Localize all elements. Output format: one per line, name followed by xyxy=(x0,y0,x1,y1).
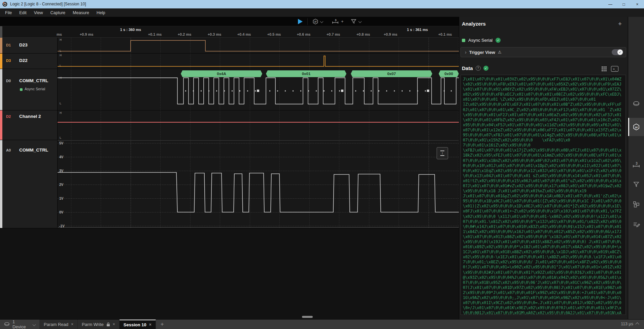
table-view-icon[interactable] xyxy=(601,66,607,72)
tab-close-icon[interactable]: × xyxy=(149,322,151,327)
menu-measure[interactable]: Measure xyxy=(70,9,92,16)
channel-color-a0 xyxy=(0,140,2,228)
measurements-panel-icon[interactable]: 3 xyxy=(628,158,644,172)
add-analyzer-icon[interactable]: + xyxy=(618,20,622,28)
channel-name-d23[interactable]: D23 xyxy=(19,42,28,47)
empty-track-area xyxy=(0,228,459,319)
time-scale-label[interactable]: 113 µs xyxy=(621,322,633,326)
svg-text:3: 3 xyxy=(335,19,336,22)
device-panel-icon[interactable] xyxy=(628,97,644,110)
a0-analog-waveform[interactable] xyxy=(58,140,459,228)
channel-id-d3[interactable]: D3 xyxy=(6,59,11,63)
terminal-view-icon[interactable]: >_ xyxy=(611,66,618,72)
channel-label-column xyxy=(0,38,58,228)
device-selector[interactable]: 1 Device xyxy=(0,320,40,329)
tick-label: +0.7 ms xyxy=(327,32,340,36)
data-title: Data xyxy=(462,65,473,71)
capture-toolbar: 1F 3 + xyxy=(0,17,459,26)
channel-id-d0[interactable]: D0 xyxy=(6,79,11,83)
menu-capture[interactable]: Capture xyxy=(47,9,68,16)
analog-autoscale-button[interactable]: ↕ xyxy=(437,147,448,159)
row-separator xyxy=(0,140,459,140)
minimize-button[interactable]: — xyxy=(604,0,617,8)
annotation-chevron-icon[interactable] xyxy=(359,20,362,23)
tab-close-icon[interactable]: × xyxy=(71,322,73,327)
analyzers-title: Analyzers xyxy=(462,21,486,27)
measure-icon[interactable]: 3 xyxy=(332,18,340,25)
help-icon[interactable]: ? xyxy=(476,66,481,71)
tick-label: +0.5 ms xyxy=(267,32,281,36)
channel-analyzer-label[interactable]: Async Serial xyxy=(25,87,45,91)
trigger-panel-icon[interactable]: 1F xyxy=(628,120,644,134)
channel-color-d0 xyxy=(0,69,2,110)
tab-session-10[interactable]: Session 10 × xyxy=(120,320,156,329)
serial-byte-bubble[interactable]: 0x4A xyxy=(181,70,262,77)
device-label: 1 Device xyxy=(12,319,28,329)
close-button[interactable]: × xyxy=(631,0,644,8)
tick-label: +0.6 ms xyxy=(297,32,311,36)
device-chevron-icon xyxy=(33,323,36,326)
side-icon-strip: 1F 3 xyxy=(628,17,644,319)
channel-name-d22[interactable]: D22 xyxy=(19,58,28,63)
serial-data-text: J\x01\x07\0\0\x01\x03VZ\x02\x95\0\0\0\xF… xyxy=(461,75,625,315)
analyzers-panel: Analyzers + Async Serial ✓ › Trigger Vie… xyxy=(459,17,628,319)
channel-name-channel2[interactable]: Channel 2 xyxy=(19,114,41,119)
analyzer-item-async-serial[interactable]: Async Serial ✓ xyxy=(462,38,501,43)
menu-view[interactable]: View xyxy=(31,9,46,16)
tick-label: +0.9 ms xyxy=(384,32,398,36)
channel2-waveform[interactable] xyxy=(58,110,459,140)
trigger-view-label: Trigger View xyxy=(469,50,495,55)
channel-color-d2 xyxy=(0,110,2,140)
tick-label: +0.1 ms xyxy=(438,32,452,36)
tab-parm-write[interactable]: Parm Write × xyxy=(78,320,120,329)
maximize-button[interactable]: □ xyxy=(617,0,631,8)
horizontal-scrollbar[interactable] xyxy=(302,316,313,318)
d22-waveform[interactable] xyxy=(58,53,459,69)
chevron-right-icon[interactable]: › xyxy=(465,50,467,55)
tab-param-read[interactable]: Param Read × xyxy=(40,320,78,329)
device-icon xyxy=(4,322,10,327)
play-button[interactable] xyxy=(298,19,303,24)
annotations-panel-icon[interactable] xyxy=(628,177,644,191)
toggle-check-icon: ✓ xyxy=(617,50,623,55)
analyzer-color-icon xyxy=(462,39,465,42)
menu-file[interactable]: File xyxy=(2,9,15,16)
analyzer-check-icon: ✓ xyxy=(496,38,501,43)
d23-waveform[interactable] xyxy=(58,38,459,53)
serial-byte-bubble[interactable]: 0x07 xyxy=(351,70,432,77)
annotation-flag-icon[interactable] xyxy=(351,19,357,24)
toolbar-divider xyxy=(307,18,308,25)
new-tab-button[interactable]: + xyxy=(156,320,169,329)
data-terminal[interactable]: J\x01\x07\0\0\x01\x03VZ\x02\x95\0\0\0\xF… xyxy=(461,75,626,315)
add-measure-icon[interactable]: + xyxy=(341,19,344,24)
row-separator xyxy=(0,228,459,228)
trigger-settings-icon[interactable]: 1F xyxy=(312,19,318,25)
channel-name-comm-ctrl-analog[interactable]: COMM_CTRL xyxy=(19,147,48,153)
svg-text:3: 3 xyxy=(636,162,638,165)
channel-color-d23 xyxy=(0,38,2,53)
trigger-chevron-icon[interactable] xyxy=(320,20,324,23)
timeline-ruler[interactable]: ms +0.9 ms 1 s : 360 ms +0.1 ms +0.2 ms … xyxy=(0,26,459,38)
title-bar[interactable]: Logic 2 [Logic 8 - Connected] [Session 1… xyxy=(0,0,644,8)
tick-label: +0.2 ms xyxy=(178,32,192,36)
channel-id-d2[interactable]: D2 xyxy=(6,114,11,119)
tick-label: +0.3 ms xyxy=(208,32,222,36)
extensions-panel-icon[interactable] xyxy=(628,198,644,211)
ruler-edge-bar xyxy=(0,26,2,38)
lock-icon xyxy=(106,322,110,327)
channel-id-a0[interactable]: A0 xyxy=(6,148,11,152)
menu-help[interactable]: Help xyxy=(94,9,108,16)
channel-id-d1[interactable]: D1 xyxy=(6,43,11,47)
tab-close-icon[interactable]: × xyxy=(113,322,115,327)
channel-name-comm-ctrl[interactable]: COMM_CTRL xyxy=(19,78,48,83)
trigger-view-toggle[interactable]: ✓ xyxy=(612,49,623,55)
bottom-bar: 1 Device Param Read × Parm Write × Sessi… xyxy=(0,319,644,329)
notes-panel-icon[interactable] xyxy=(628,218,644,231)
serial-byte-bubble[interactable]: 0x00 xyxy=(439,70,459,77)
data-header: Data ? ✓ xyxy=(462,65,488,71)
trigger-view-row[interactable]: › Trigger View ⚠ ✓ xyxy=(461,47,626,57)
data-check-icon: ✓ xyxy=(483,66,488,71)
serial-byte-bubble[interactable]: 0x01 xyxy=(266,70,346,77)
menu-edit[interactable]: Edit xyxy=(16,9,30,16)
channel-color-d22 xyxy=(0,53,2,69)
